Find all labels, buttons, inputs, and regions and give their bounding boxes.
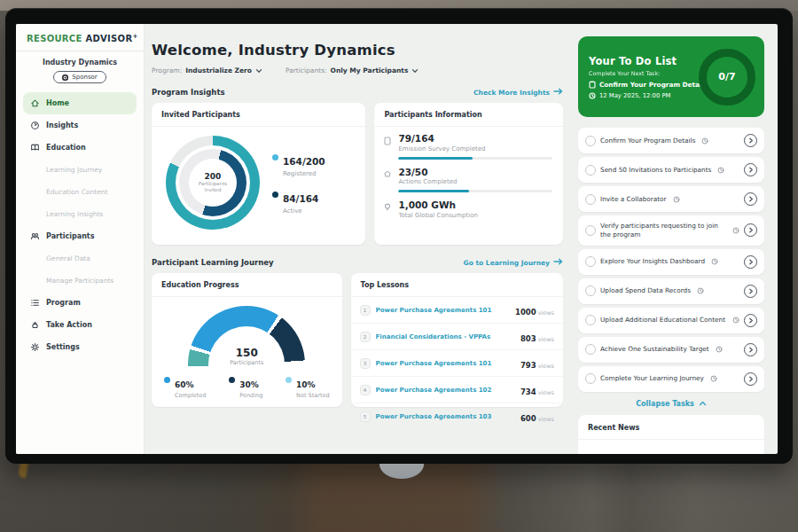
legend-item-active: 84/164 Active bbox=[272, 189, 325, 215]
task-open-button[interactable] bbox=[744, 343, 757, 356]
go-to-learning-journey-link[interactable]: Go to Learning Journey bbox=[464, 258, 563, 267]
sidebar-item-take-action[interactable]: Take Action bbox=[23, 314, 137, 336]
clock-icon bbox=[710, 375, 717, 382]
sidebar-item-label: Insights bbox=[46, 121, 78, 129]
todo-item[interactable]: Explore Your Insights Dashboard bbox=[578, 249, 764, 275]
lesson-rank: 2 bbox=[360, 332, 371, 342]
lesson-title-link[interactable]: Financial Considerations - VPPAs bbox=[376, 333, 515, 340]
todo-progress-ring: 0/7 bbox=[699, 49, 755, 106]
invited-total: 200 bbox=[205, 172, 222, 181]
todo-item[interactable]: Confirm Your Program Details bbox=[578, 128, 764, 153]
task-open-button[interactable] bbox=[744, 163, 757, 176]
todo-item[interactable]: Upload Additional Educational Content bbox=[578, 308, 764, 333]
lesson-title-link[interactable]: Power Purchase Agreements 102 bbox=[376, 387, 515, 394]
lesson-row[interactable]: 3 Power Purchase Agreements 101 793views bbox=[351, 350, 563, 377]
sidebar-item-label: Settings bbox=[46, 343, 80, 351]
section-title: Program Insights bbox=[152, 88, 225, 97]
collapse-tasks-link[interactable]: Collapse Tasks bbox=[578, 400, 764, 408]
sidebar-item-insights[interactable]: Insights bbox=[23, 114, 137, 137]
todo-item[interactable]: Complete Your Learning Journey bbox=[578, 366, 764, 392]
program-select-label: Program: bbox=[152, 66, 182, 74]
lesson-rank: 1 bbox=[360, 305, 371, 316]
lesson-row[interactable]: 5 Power Purchase Agreements 103 600views bbox=[351, 403, 563, 429]
chevron-down-icon bbox=[255, 68, 262, 74]
sidebar-item-label: Take Action bbox=[46, 321, 92, 329]
lesson-title-link[interactable]: Power Purchase Agreements 101 bbox=[376, 307, 510, 314]
sidebar-item-label: Manage Participants bbox=[46, 277, 113, 285]
todo-item[interactable]: Upload Spend Data Records bbox=[578, 278, 764, 304]
task-open-button[interactable] bbox=[744, 134, 757, 147]
task-checkbox[interactable] bbox=[585, 373, 596, 384]
task-open-button[interactable] bbox=[744, 223, 757, 237]
todo-item[interactable]: Achieve One Sustainability Target bbox=[578, 337, 764, 363]
lesson-title-link[interactable]: Power Purchase Agreements 103 bbox=[376, 413, 515, 420]
lesson-rank: 3 bbox=[360, 358, 371, 369]
task-checkbox[interactable] bbox=[585, 344, 596, 355]
lesson-row[interactable]: 1 Power Purchase Agreements 101 1000view… bbox=[351, 297, 563, 324]
legend-dot bbox=[272, 154, 278, 160]
legend-item-registered: 164/200 Registered bbox=[272, 152, 325, 177]
program-select[interactable]: Program: Industrialize Zero bbox=[152, 66, 262, 74]
sidebar-item-home[interactable]: Home bbox=[23, 92, 137, 114]
home-icon bbox=[30, 98, 40, 108]
learning-journey-header: Participant Learning Journey Go to Learn… bbox=[152, 258, 563, 267]
sidebar-item-label: Participants bbox=[46, 232, 94, 240]
next-task-due: 12 May 2025, 12:00 PM bbox=[589, 92, 693, 99]
sidebar-item-settings[interactable]: Settings bbox=[23, 336, 137, 358]
book-icon bbox=[30, 143, 40, 153]
participants-select[interactable]: Participants: Only My Participants bbox=[286, 66, 419, 74]
todo-item[interactable]: Invite a Collaborator bbox=[578, 186, 764, 212]
program-insights-header: Program Insights Check More Insights bbox=[152, 88, 563, 97]
task-checkbox[interactable] bbox=[585, 194, 596, 205]
lesson-title-link[interactable]: Power Purchase Agreements 101 bbox=[376, 360, 515, 367]
insights-icon bbox=[30, 121, 40, 130]
task-checkbox[interactable] bbox=[585, 315, 596, 325]
sidebar-item-education[interactable]: Education bbox=[23, 137, 137, 159]
clock-icon bbox=[732, 227, 739, 234]
lightbulb-icon bbox=[383, 202, 392, 213]
todo-item[interactable]: Send 50 Invitations to Participants bbox=[578, 157, 764, 183]
sidebar-item-program[interactable]: Program bbox=[23, 292, 137, 314]
todo-item[interactable]: Verify participants requesting to join t… bbox=[578, 215, 764, 246]
clock-icon bbox=[701, 137, 708, 145]
task-open-button[interactable] bbox=[744, 372, 757, 386]
task-checkbox[interactable] bbox=[585, 225, 596, 236]
participants-information-card: Participants Information 79/164 Emission… bbox=[374, 103, 563, 245]
sponsor-badge[interactable]: Sponsor bbox=[53, 71, 106, 83]
stat-emission-survey: 79/164 Emission Survey Completed bbox=[383, 134, 552, 160]
lesson-row[interactable]: 2 Financial Considerations - VPPAs 803vi… bbox=[351, 324, 563, 350]
sidebar-item-general-data[interactable]: General Data bbox=[23, 247, 137, 270]
sidebar-item-learning-insights[interactable]: Learning Insights bbox=[23, 203, 137, 225]
list-icon bbox=[30, 298, 40, 308]
invited-participants-card: Invited Participants 200 Participants In… bbox=[152, 103, 365, 245]
participants-icon bbox=[30, 231, 40, 241]
sidebar-item-label: General Data bbox=[46, 254, 90, 262]
top-lessons-card: Top Lessons 1 Power Purchase Agreements … bbox=[351, 273, 563, 407]
todo-panel: Your To Do List Complete Your Next Task:… bbox=[572, 24, 778, 454]
task-checkbox[interactable] bbox=[585, 136, 596, 146]
clock-icon bbox=[716, 346, 723, 353]
task-open-button[interactable] bbox=[744, 314, 757, 327]
task-open-button[interactable] bbox=[744, 192, 757, 206]
sidebar-item-participants[interactable]: Participants bbox=[23, 225, 137, 247]
sidebar-item-manage-participants[interactable]: Manage Participants bbox=[23, 270, 137, 292]
todo-list: Confirm Your Program Details Send 50 Inv… bbox=[578, 128, 764, 392]
stat-actions-completed: 23/50 Actions Completed bbox=[383, 168, 552, 193]
task-checkbox[interactable] bbox=[585, 165, 596, 176]
card-title: Top Lessons bbox=[351, 273, 563, 297]
sponsor-icon bbox=[62, 74, 68, 81]
lesson-row[interactable]: 4 Power Purchase Agreements 102 734views bbox=[351, 377, 563, 403]
sidebar-item-learning-journey[interactable]: Learning Journey bbox=[23, 159, 137, 181]
education-legend: 60% Completed 30% Pending 10% Not Starte… bbox=[152, 366, 342, 399]
task-open-button[interactable] bbox=[744, 255, 757, 269]
task-checkbox[interactable] bbox=[585, 256, 596, 267]
sidebar-item-label: Education Content bbox=[46, 188, 108, 196]
check-more-insights-link[interactable]: Check More Insights bbox=[473, 88, 563, 97]
invited-chart-area: 200 Participants Invited 164/200 Registe… bbox=[152, 127, 365, 230]
task-checkbox[interactable] bbox=[585, 286, 596, 296]
chevron-up-icon bbox=[699, 400, 707, 408]
arrow-right-icon bbox=[553, 88, 563, 97]
sidebar-item-education-content[interactable]: Education Content bbox=[23, 181, 137, 203]
chevron-down-icon bbox=[411, 68, 419, 74]
task-open-button[interactable] bbox=[744, 285, 757, 298]
